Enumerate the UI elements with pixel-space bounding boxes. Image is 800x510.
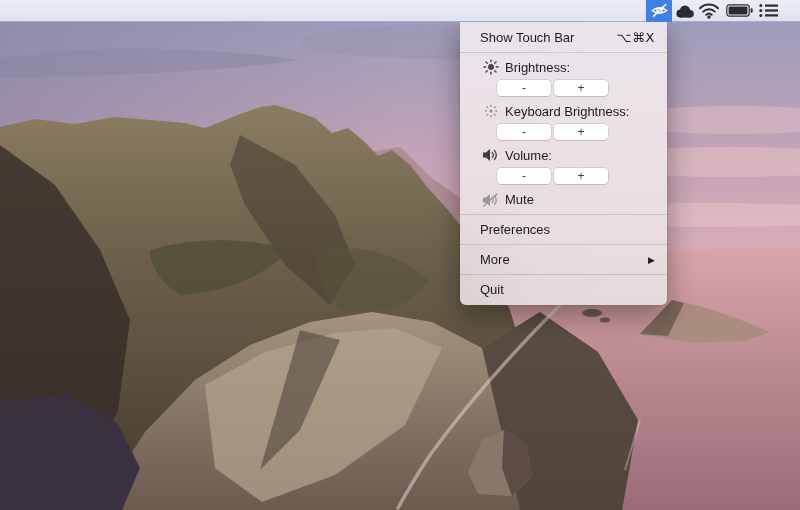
menu-separator [460,52,667,53]
submenu-arrow-icon: ▶ [648,255,655,265]
keyboard-brightness-decrease-button[interactable]: - [497,124,551,140]
wifi-icon[interactable] [696,0,722,22]
more-label: More [480,252,510,267]
volume-label: Volume: [505,148,552,163]
quit-label: Quit [480,282,504,297]
eye-hidden-icon[interactable] [646,0,672,22]
menu-separator [460,274,667,275]
touchbar-dropdown-menu: Show Touch Bar ⌥⌘X Brightness: - [460,22,667,305]
brightness-label: Brightness: [505,60,570,75]
keyboard-brightness-section: Keyboard Brightness: - + [460,100,667,140]
menu-separator [460,244,667,245]
catalina-wallpaper [0,0,800,510]
show-touch-bar-shortcut: ⌥⌘X [617,30,655,45]
cloud-icon[interactable] [672,0,696,22]
list-icon[interactable] [756,0,782,22]
menu-item-show-touch-bar[interactable]: Show Touch Bar ⌥⌘X [460,26,667,49]
brightness-decrease-button[interactable]: - [497,80,551,96]
menu-item-mute[interactable]: Mute [460,188,667,211]
show-touch-bar-label: Show Touch Bar [480,30,574,45]
volume-decrease-button[interactable]: - [497,168,551,184]
menu-bar [0,0,800,22]
preferences-label: Preferences [480,222,550,237]
brightness-section: Brightness: - + [460,56,667,96]
menu-item-quit[interactable]: Quit [460,278,667,301]
menu-item-preferences[interactable]: Preferences [460,218,667,241]
keyboard-brightness-icon [482,103,499,120]
speaker-icon [482,147,499,164]
menu-item-more[interactable]: More ▶ [460,248,667,271]
speaker-mute-icon [482,191,499,208]
brightness-increase-button[interactable]: + [554,80,608,96]
sun-icon [482,59,499,76]
menu-separator [460,214,667,215]
mute-label: Mute [505,192,534,207]
battery-icon[interactable] [722,0,756,22]
volume-increase-button[interactable]: + [554,168,608,184]
keyboard-brightness-increase-button[interactable]: + [554,124,608,140]
volume-section: Volume: - + [460,144,667,184]
keyboard-brightness-label: Keyboard Brightness: [505,104,629,119]
